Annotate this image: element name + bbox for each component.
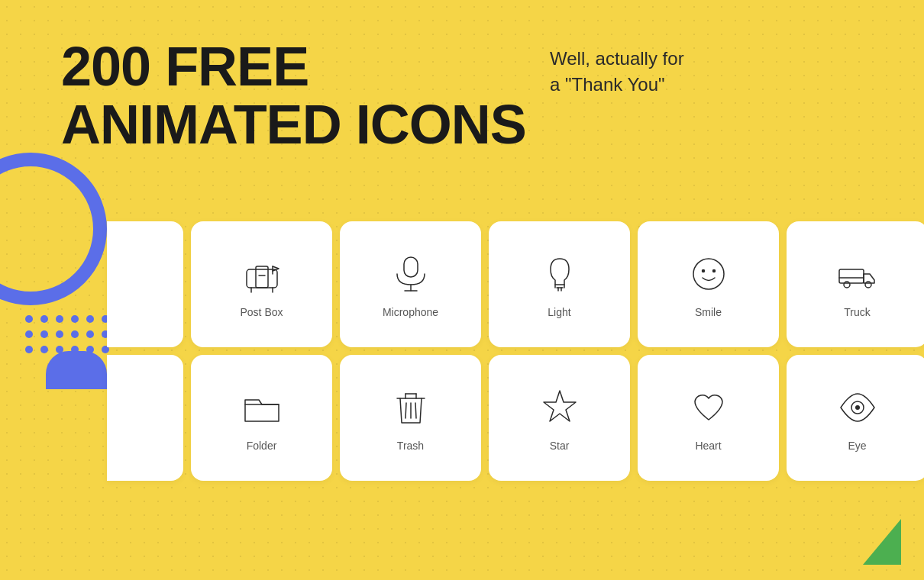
post-box-label: Post Box (240, 306, 283, 318)
icon-card-truck[interactable]: Truck (787, 221, 924, 347)
svg-point-14 (693, 259, 724, 289)
trash-icon (388, 385, 434, 430)
partial-card-left-2 (107, 355, 183, 481)
icon-card-trash[interactable]: Trash (340, 355, 481, 481)
svg-point-16 (712, 269, 715, 272)
icons-row-2: Folder Trash (8, 355, 916, 481)
icon-card-folder[interactable]: Folder (191, 355, 332, 481)
smile-label: Smile (695, 306, 722, 318)
partial-card-left-1 (107, 221, 183, 347)
folder-icon (239, 385, 285, 430)
svg-marker-29 (544, 391, 576, 421)
subtitle: Well, actually for a "Thank You" (550, 46, 684, 97)
main-title: 200 FREE ANIMATED ICONS (61, 38, 526, 153)
post-box-icon (239, 251, 285, 297)
trash-label: Trash (397, 440, 424, 452)
icon-card-heart[interactable]: Heart (638, 355, 779, 481)
icon-card-smile[interactable]: Smile (638, 221, 779, 347)
star-icon (537, 385, 583, 430)
smile-icon (686, 251, 732, 297)
svg-line-26 (405, 403, 406, 418)
star-label: Star (550, 440, 570, 452)
truck-label: Truck (844, 306, 870, 318)
truck-icon (835, 251, 880, 297)
eye-label: Eye (848, 440, 866, 452)
svg-rect-6 (404, 257, 418, 277)
light-icon (537, 251, 583, 297)
svg-rect-17 (839, 269, 864, 283)
icon-card-light[interactable]: Light (489, 221, 630, 347)
icons-section: Post Box Microphone (0, 221, 924, 481)
icons-row-1: Post Box Microphone (8, 221, 916, 347)
light-label: Light (548, 306, 570, 318)
icon-card-star[interactable]: Star (489, 355, 630, 481)
icon-card-eye[interactable]: Eye (787, 355, 924, 481)
svg-point-15 (702, 269, 704, 272)
heart-icon (686, 385, 732, 430)
svg-line-28 (415, 403, 416, 418)
icon-card-post-box[interactable]: Post Box (191, 221, 332, 347)
eye-icon (835, 385, 880, 430)
folder-label: Folder (247, 440, 277, 452)
svg-point-18 (844, 282, 850, 288)
microphone-label: Microphone (383, 306, 438, 318)
svg-point-31 (855, 405, 860, 410)
svg-point-19 (865, 282, 871, 288)
heart-label: Heart (695, 440, 721, 452)
icon-card-microphone[interactable]: Microphone (340, 221, 481, 347)
microphone-icon (388, 251, 434, 297)
decorative-triangle (863, 519, 901, 565)
header: 200 FREE ANIMATED ICONS (61, 38, 526, 153)
